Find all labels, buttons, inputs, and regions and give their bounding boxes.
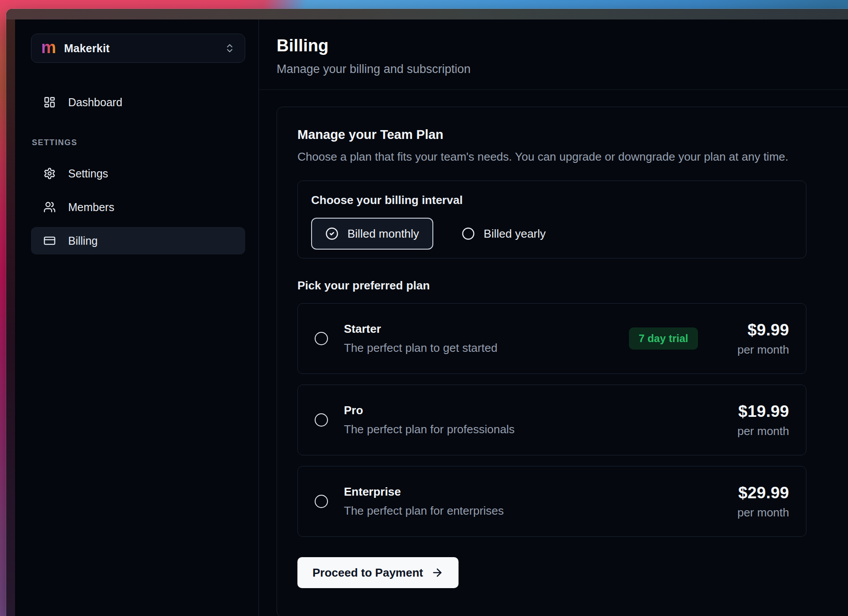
plan-description: The perfect plan for enterprises: [344, 504, 711, 518]
billing-interval-options: Billed monthly Billed yearly: [311, 218, 793, 250]
plan-period: per month: [727, 506, 789, 520]
page-subtitle: Manage your billing and subscription: [277, 62, 848, 76]
sidebar-item-label: Members: [68, 201, 114, 214]
plan-price-block: $19.99 per month: [727, 402, 789, 438]
page-title: Billing: [277, 36, 848, 55]
users-icon: [43, 201, 56, 213]
plan-price: $29.99: [727, 484, 789, 502]
interval-option-monthly[interactable]: Billed monthly: [311, 218, 433, 250]
team-plan-card: Manage your Team Plan Choose a plan that…: [277, 107, 848, 616]
billing-interval-label: Choose your billing interval: [311, 193, 793, 207]
brand-name: Makerkit: [64, 42, 216, 55]
sidebar-nav: Dashboard SETTINGS Settings Members: [31, 89, 245, 254]
sidebar-item-label: Dashboard: [68, 96, 122, 109]
plan-price: $19.99: [727, 402, 789, 421]
sidebar-item-billing[interactable]: Billing: [31, 227, 245, 254]
trial-badge: 7 day trial: [629, 327, 698, 350]
window-edge-tint: [6, 19, 15, 616]
plan-price-block: $9.99 per month: [727, 321, 789, 357]
proceed-to-payment-button[interactable]: Proceed to Payment: [297, 557, 459, 588]
plan-name: Pro: [344, 404, 711, 417]
interval-option-label: Billed yearly: [484, 227, 546, 241]
radio-icon[interactable]: [315, 495, 328, 508]
plan-description: The perfect plan to get started: [344, 341, 613, 355]
sidebar-item-label: Settings: [68, 167, 108, 180]
interval-option-yearly[interactable]: Billed yearly: [462, 227, 546, 241]
dashboard-icon: [43, 96, 56, 108]
interval-option-label: Billed monthly: [347, 227, 419, 241]
sidebar: m Makerkit Dashboard SETTINGS: [6, 19, 258, 616]
plan-info: Pro The perfect plan for professionals: [344, 404, 711, 436]
plan-info: Enterprise The perfect plan for enterpri…: [344, 485, 711, 518]
brand-logo: m: [41, 39, 56, 56]
sidebar-item-members[interactable]: Members: [31, 193, 245, 221]
gear-icon: [43, 167, 56, 180]
plan-card-title: Manage your Team Plan: [297, 127, 848, 142]
plan-option-starter[interactable]: Starter The perfect plan to get started …: [297, 303, 806, 374]
plan-card-description: Choose a plan that fits your team's need…: [297, 150, 848, 164]
radio-icon[interactable]: [315, 332, 328, 345]
credit-card-icon: [43, 235, 56, 247]
sidebar-item-dashboard[interactable]: Dashboard: [31, 89, 245, 116]
app-body: m Makerkit Dashboard SETTINGS: [6, 19, 848, 616]
plan-name: Enterprise: [344, 485, 711, 499]
window-titlebar[interactable]: [6, 9, 848, 19]
team-selector[interactable]: m Makerkit: [31, 34, 245, 63]
circle-icon: [462, 227, 475, 240]
plan-info: Starter The perfect plan to get started: [344, 322, 613, 355]
plan-name: Starter: [344, 322, 613, 336]
plan-period: per month: [727, 343, 789, 357]
billing-interval-box: Choose your billing interval Billed mont…: [297, 181, 806, 258]
plan-option-enterprise[interactable]: Enterprise The perfect plan for enterpri…: [297, 466, 806, 537]
page-header: Billing Manage your billing and subscrip…: [259, 19, 848, 90]
plan-price: $9.99: [727, 321, 789, 339]
app-window: m Makerkit Dashboard SETTINGS: [6, 9, 848, 616]
sidebar-item-settings[interactable]: Settings: [31, 160, 245, 187]
plan-price-block: $29.99 per month: [727, 484, 789, 520]
chevrons-up-down-icon: [224, 43, 235, 54]
plan-option-pro[interactable]: Pro The perfect plan for professionals $…: [297, 385, 806, 455]
radio-icon[interactable]: [315, 413, 328, 427]
proceed-to-payment-label: Proceed to Payment: [312, 566, 423, 580]
plan-period: per month: [727, 424, 789, 438]
sidebar-item-label: Billing: [68, 235, 98, 247]
main-content: Billing Manage your billing and subscrip…: [258, 19, 848, 616]
arrow-right-icon: [431, 566, 443, 579]
sidebar-section-settings: SETTINGS: [31, 138, 245, 147]
plan-picker-label: Pick your preferred plan: [297, 279, 848, 293]
circle-check-icon: [325, 227, 339, 240]
plan-description: The perfect plan for professionals: [344, 423, 711, 436]
